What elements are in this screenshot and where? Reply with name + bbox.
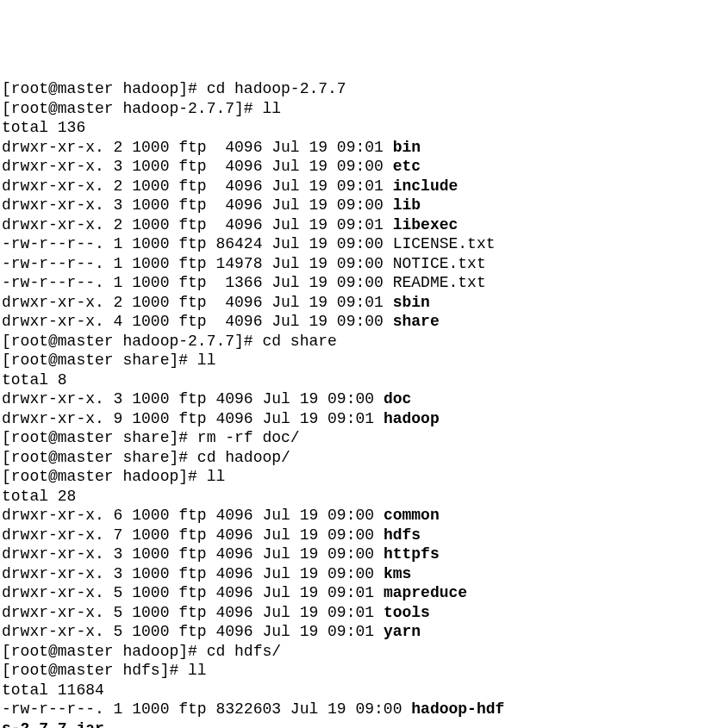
- terminal-text: total 11684: [2, 681, 104, 699]
- terminal-text: [root@master hadoop]# cd hadoop-2.7.7: [2, 80, 346, 97]
- terminal-line: drwxr-xr-x. 5 1000 ftp 4096 Jul 19 09:01…: [2, 583, 703, 603]
- filename-bold: hdfs: [384, 526, 421, 544]
- terminal-line: drwxr-xr-x. 4 1000 ftp 4096 Jul 19 09:00…: [2, 312, 703, 332]
- terminal-text: drwxr-xr-x. 5 1000 ftp 4096 Jul 19 09:01: [2, 604, 384, 621]
- filename-bold: sbin: [393, 294, 430, 311]
- terminal-text: drwxr-xr-x. 2 1000 ftp 4096 Jul 19 09:01: [2, 294, 393, 311]
- terminal-text: -rw-r--r--. 1 1000 ftp 86424 Jul 19 09:0…: [2, 235, 496, 252]
- filename-bold: yarn: [384, 623, 421, 640]
- terminal-text: drwxr-xr-x. 3 1000 ftp 4096 Jul 19 09:00: [2, 196, 393, 214]
- terminal-text: [root@master hdfs]# ll: [2, 662, 207, 679]
- filename-bold: kms: [384, 565, 411, 582]
- terminal-text: total 136: [2, 119, 85, 136]
- filename-bold: tools: [384, 604, 430, 621]
- terminal-line: -rw-r--r--. 1 1000 ftp 8322603 Jul 19 09…: [2, 700, 703, 719]
- terminal-line: [root@master hadoop]# cd hdfs/: [2, 642, 703, 662]
- terminal-line: [root@master hdfs]# ll: [2, 661, 703, 681]
- terminal-line: drwxr-xr-x. 6 1000 ftp 4096 Jul 19 09:00…: [2, 506, 703, 526]
- terminal-line: drwxr-xr-x. 3 1000 ftp 4096 Jul 19 09:00…: [2, 544, 703, 564]
- terminal-text: drwxr-xr-x. 3 1000 ftp 4096 Jul 19 09:00: [2, 545, 384, 563]
- terminal-text: drwxr-xr-x. 4 1000 ftp 4096 Jul 19 09:00: [2, 313, 393, 330]
- terminal-line: drwxr-xr-x. 3 1000 ftp 4096 Jul 19 09:00…: [2, 196, 703, 215]
- terminal-line: total 136: [2, 118, 703, 138]
- terminal-output: [root@master hadoop]# cd hadoop-2.7.7[ro…: [2, 79, 703, 728]
- filename-bold: doc: [384, 390, 411, 408]
- terminal-line: drwxr-xr-x. 7 1000 ftp 4096 Jul 19 09:00…: [2, 526, 703, 545]
- terminal-line: -rw-r--r--. 1 1000 ftp 14978 Jul 19 09:0…: [2, 254, 703, 274]
- terminal-line: -rw-r--r--. 1 1000 ftp 1366 Jul 19 09:00…: [2, 273, 703, 293]
- terminal-text: [root@master hadoop-2.7.7]# cd share: [2, 333, 337, 350]
- terminal-text: drwxr-xr-x. 7 1000 ftp 4096 Jul 19 09:00: [2, 526, 384, 544]
- filename-bold: include: [393, 177, 459, 195]
- terminal-text: drwxr-xr-x. 6 1000 ftp 4096 Jul 19 09:00: [2, 507, 384, 524]
- terminal-text: drwxr-xr-x. 2 1000 ftp 4096 Jul 19 09:01: [2, 139, 393, 156]
- terminal-line: [root@master share]# cd hadoop/: [2, 448, 703, 468]
- terminal-line: [root@master hadoop]# cd hadoop-2.7.7: [2, 79, 703, 99]
- terminal-line: drwxr-xr-x. 5 1000 ftp 4096 Jul 19 09:01…: [2, 622, 703, 642]
- filename-bold: lib: [393, 196, 421, 214]
- terminal-line: drwxr-xr-x. 2 1000 ftp 4096 Jul 19 09:01…: [2, 177, 703, 196]
- terminal-line: [root@master hadoop]# ll: [2, 467, 703, 487]
- terminal-text: drwxr-xr-x. 9 1000 ftp 4096 Jul 19 09:01: [2, 410, 384, 427]
- terminal-line: drwxr-xr-x. 2 1000 ftp 4096 Jul 19 09:01…: [2, 138, 703, 158]
- terminal-text: drwxr-xr-x. 3 1000 ftp 4096 Jul 19 09:00: [2, 158, 393, 175]
- terminal-text: total 8: [2, 371, 67, 389]
- terminal-line: s-2.7.7.jar: [2, 719, 703, 729]
- terminal-text: [root@master share]# cd hadoop/: [2, 449, 290, 466]
- terminal-text: total 28: [2, 488, 76, 505]
- terminal-text: [root@master hadoop]# cd hdfs/: [2, 643, 281, 660]
- terminal-text: -rw-r--r--. 1 1000 ftp 14978 Jul 19 09:0…: [2, 255, 486, 272]
- terminal-line: [root@master hadoop-2.7.7]# cd share: [2, 332, 703, 352]
- filename-bold: hadoop-hdf: [411, 700, 504, 718]
- terminal-text: [root@master hadoop]# ll: [2, 468, 225, 485]
- terminal-line: drwxr-xr-x. 9 1000 ftp 4096 Jul 19 09:01…: [2, 409, 703, 429]
- terminal-line: drwxr-xr-x. 2 1000 ftp 4096 Jul 19 09:01…: [2, 215, 703, 235]
- terminal-line: drwxr-xr-x. 3 1000 ftp 4096 Jul 19 09:00…: [2, 564, 703, 584]
- terminal-line: -rw-r--r--. 1 1000 ftp 86424 Jul 19 09:0…: [2, 234, 703, 254]
- terminal-text: drwxr-xr-x. 3 1000 ftp 4096 Jul 19 09:00: [2, 390, 384, 408]
- terminal-text: drwxr-xr-x. 2 1000 ftp 4096 Jul 19 09:01: [2, 177, 393, 195]
- filename-bold: s-2.7.7.jar: [2, 720, 104, 729]
- terminal-line: drwxr-xr-x. 5 1000 ftp 4096 Jul 19 09:01…: [2, 603, 703, 623]
- filename-bold: httpfs: [384, 545, 440, 563]
- filename-bold: etc: [393, 158, 421, 175]
- filename-bold: libexec: [393, 216, 459, 233]
- terminal-line: [root@master share]# ll: [2, 351, 703, 370]
- terminal-text: drwxr-xr-x. 3 1000 ftp 4096 Jul 19 09:00: [2, 565, 384, 582]
- terminal-line: [root@master hadoop-2.7.7]# ll: [2, 99, 703, 119]
- terminal-text: drwxr-xr-x. 5 1000 ftp 4096 Jul 19 09:01: [2, 584, 384, 601]
- terminal-line: [root@master share]# rm -rf doc/: [2, 428, 703, 448]
- terminal-line: total 28: [2, 487, 703, 507]
- terminal-line: drwxr-xr-x. 3 1000 ftp 4096 Jul 19 09:00…: [2, 157, 703, 177]
- terminal-text: drwxr-xr-x. 2 1000 ftp 4096 Jul 19 09:01: [2, 216, 393, 233]
- terminal-text: -rw-r--r--. 1 1000 ftp 8322603 Jul 19 09…: [2, 700, 411, 718]
- terminal-line: drwxr-xr-x. 3 1000 ftp 4096 Jul 19 09:00…: [2, 389, 703, 409]
- filename-bold: hadoop: [384, 410, 440, 427]
- terminal-text: -rw-r--r--. 1 1000 ftp 1366 Jul 19 09:00…: [2, 274, 486, 291]
- terminal-text: [root@master share]# ll: [2, 352, 215, 369]
- terminal-line: total 11684: [2, 681, 703, 700]
- filename-bold: share: [393, 313, 440, 330]
- terminal-text: [root@master hadoop-2.7.7]# ll: [2, 100, 281, 117]
- filename-bold: mapreduce: [384, 584, 467, 601]
- terminal-line: total 8: [2, 370, 703, 390]
- filename-bold: common: [384, 507, 440, 524]
- terminal-text: drwxr-xr-x. 5 1000 ftp 4096 Jul 19 09:01: [2, 623, 384, 640]
- filename-bold: bin: [393, 139, 421, 156]
- terminal-text: [root@master share]# rm -rf doc/: [2, 429, 300, 446]
- terminal-line: drwxr-xr-x. 2 1000 ftp 4096 Jul 19 09:01…: [2, 293, 703, 313]
